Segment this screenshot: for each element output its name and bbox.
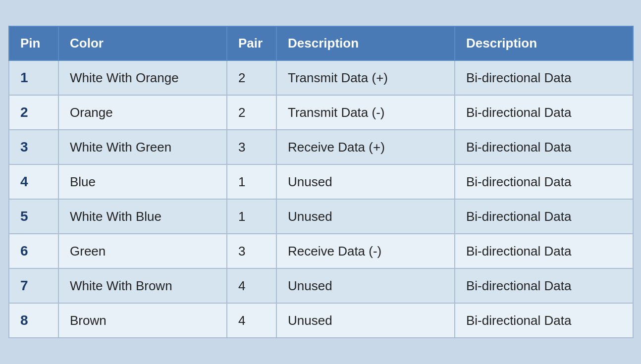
cell-color: White With Green [58, 130, 227, 164]
cell-desc2: Bi-directional Data [455, 60, 633, 95]
cell-desc1: Unused [276, 268, 455, 303]
pin-table: Pin Color Pair Description Description 1… [8, 26, 634, 338]
cell-desc1: Receive Data (-) [276, 234, 455, 268]
cell-desc1: Unused [276, 164, 455, 199]
cell-desc2: Bi-directional Data [455, 164, 633, 199]
table-row: 3White With Green3Receive Data (+)Bi-dir… [9, 130, 633, 164]
table-container: Pin Color Pair Description Description 1… [8, 26, 633, 338]
cell-pin: 8 [9, 303, 58, 338]
cell-desc2: Bi-directional Data [455, 303, 633, 338]
header-pair: Pair [227, 26, 276, 60]
table-row: 4Blue1UnusedBi-directional Data [9, 164, 633, 199]
header-description1: Description [276, 26, 455, 60]
cell-desc2: Bi-directional Data [455, 268, 633, 303]
cell-desc1: Unused [276, 199, 455, 234]
table-row: 6Green3Receive Data (-)Bi-directional Da… [9, 234, 633, 268]
cell-pair: 3 [227, 130, 276, 164]
cell-desc2: Bi-directional Data [455, 199, 633, 234]
cell-color: Brown [58, 303, 227, 338]
cell-pair: 3 [227, 234, 276, 268]
cell-desc1: Receive Data (+) [276, 130, 455, 164]
table-row: 8Brown4UnusedBi-directional Data [9, 303, 633, 338]
cell-pair: 1 [227, 199, 276, 234]
cell-pair: 4 [227, 268, 276, 303]
cell-pair: 2 [227, 95, 276, 130]
cell-desc2: Bi-directional Data [455, 234, 633, 268]
cell-color: Orange [58, 95, 227, 130]
header-pin: Pin [9, 26, 58, 60]
cell-pin: 1 [9, 60, 58, 95]
table-row: 7White With Brown4UnusedBi-directional D… [9, 268, 633, 303]
table-row: 2Orange2Transmit Data (-)Bi-directional … [9, 95, 633, 130]
cell-color: Green [58, 234, 227, 268]
cell-pair: 2 [227, 60, 276, 95]
cell-pin: 3 [9, 130, 58, 164]
cell-desc1: Transmit Data (-) [276, 95, 455, 130]
cell-desc1: Transmit Data (+) [276, 60, 455, 95]
table-row: 5White With Blue1UnusedBi-directional Da… [9, 199, 633, 234]
cell-desc1: Unused [276, 303, 455, 338]
cell-pair: 1 [227, 164, 276, 199]
cell-pin: 2 [9, 95, 58, 130]
cell-color: White With Blue [58, 199, 227, 234]
header-row: Pin Color Pair Description Description [9, 26, 633, 60]
cell-pin: 6 [9, 234, 58, 268]
cell-desc2: Bi-directional Data [455, 130, 633, 164]
cell-pin: 4 [9, 164, 58, 199]
cell-color: White With Orange [58, 60, 227, 95]
cell-pin: 5 [9, 199, 58, 234]
cell-desc2: Bi-directional Data [455, 95, 633, 130]
table-row: 1White With Orange2Transmit Data (+)Bi-d… [9, 60, 633, 95]
cell-color: White With Brown [58, 268, 227, 303]
cell-pin: 7 [9, 268, 58, 303]
header-description2: Description [455, 26, 633, 60]
cell-pair: 4 [227, 303, 276, 338]
cell-color: Blue [58, 164, 227, 199]
header-color: Color [58, 26, 227, 60]
